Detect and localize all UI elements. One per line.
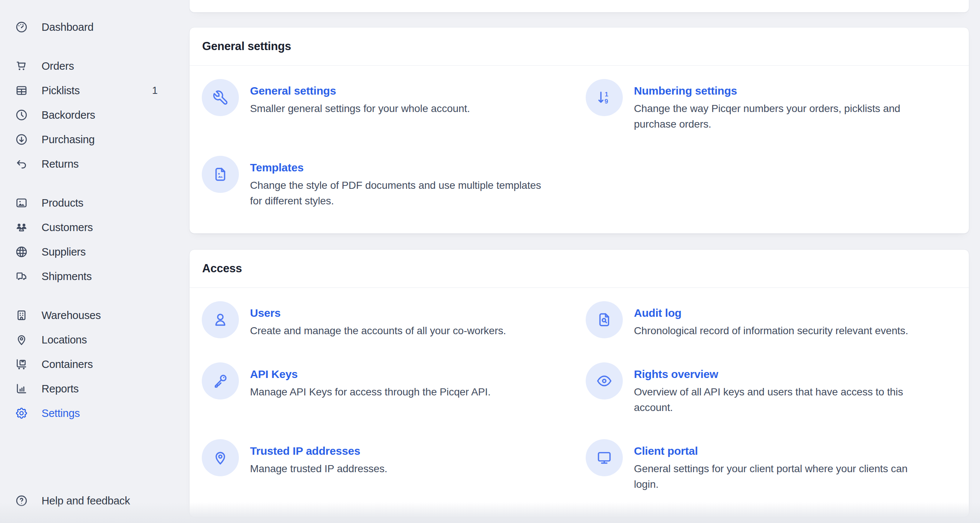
truck-icon [15, 270, 28, 283]
setting-item-trusted-ip-addresses: Trusted IP addressesManage trusted IP ad… [202, 439, 586, 492]
sidebar-item-reports[interactable]: Reports [0, 377, 189, 401]
svg-text:1: 1 [605, 91, 608, 98]
sidebar-bottom: Help and feedback [0, 488, 189, 513]
sidebar-item-label: Shipments [41, 270, 92, 283]
people-icon [15, 221, 28, 234]
sidebar: DashboardOrdersPicklists1BackordersPurch… [0, 0, 189, 523]
sidebar-item-picklists[interactable]: Picklists1 [0, 78, 189, 103]
sidebar-item-containers[interactable]: Containers [0, 352, 189, 377]
image-icon [15, 196, 28, 210]
svg-text:9: 9 [605, 97, 608, 105]
user-icon [212, 311, 229, 328]
sidebar-group-1: Dashboard [0, 15, 189, 39]
sort-numeric-icon: 19 [596, 89, 613, 106]
undo-arrow-icon [15, 157, 28, 171]
sidebar-item-label: Orders [41, 59, 74, 73]
sidebar-item-label: Purchasing [41, 133, 95, 146]
sidebar-item-label: Returns [41, 157, 79, 171]
sidebar-item-returns[interactable]: Returns [0, 152, 189, 176]
setting-item-numbering-settings: 19Numbering settingsChange the way Picqe… [586, 79, 956, 132]
table-icon [15, 84, 28, 97]
setting-description: Manage trusted IP addresses. [250, 461, 387, 477]
clock-icon [15, 108, 28, 122]
sidebar-item-dashboard[interactable]: Dashboard [0, 15, 189, 39]
globe-icon [15, 245, 28, 259]
setting-icon-circle [202, 362, 239, 399]
setting-icon-circle [586, 439, 623, 476]
sidebar-item-orders[interactable]: Orders [0, 54, 189, 78]
sidebar-item-label: Locations [41, 333, 87, 347]
wrench-icon [212, 89, 229, 106]
setting-icon-circle [202, 439, 239, 476]
rights-overview-link[interactable]: Rights overview [634, 367, 718, 381]
cart-icon [15, 59, 28, 73]
setting-description: Smaller general settings for your whole … [250, 101, 470, 116]
setting-icon-circle [202, 156, 239, 193]
sidebar-item-label: Help and feedback [41, 494, 130, 507]
card-body: UsersCreate and manage the accounts of a… [189, 288, 969, 517]
setting-text: UsersCreate and manage the accounts of a… [250, 301, 506, 339]
setting-text: Client portalGeneral settings for your c… [634, 439, 908, 492]
file-image-icon [212, 166, 229, 183]
setting-icon-circle [586, 362, 623, 399]
setting-item-audit-log: Audit logChronological record of informa… [586, 301, 956, 339]
card-header: Access [189, 250, 969, 288]
setting-icon-circle [586, 301, 623, 338]
sidebar-item-label: Customers [41, 221, 93, 234]
card-general-settings: General settingsGeneral settingsSmaller … [189, 27, 969, 234]
sidebar-item-settings[interactable]: Settings [0, 401, 189, 426]
sidebar-item-label: Backorders [41, 108, 95, 122]
api-keys-link[interactable]: API Keys [250, 367, 298, 381]
sidebar-nav: DashboardOrdersPicklists1BackordersPurch… [0, 15, 189, 426]
setting-description: General settings for your client portal … [634, 461, 908, 492]
building-icon [15, 308, 28, 322]
sidebar-item-label: Suppliers [41, 245, 86, 259]
sidebar-item-label: Products [41, 196, 83, 210]
setting-text: TemplatesChange the style of PDF documen… [250, 156, 541, 209]
sidebar-item-help-and-feedback[interactable]: Help and feedback [0, 488, 189, 513]
trusted-ip-addresses-link[interactable]: Trusted IP addresses [250, 444, 360, 458]
app-window: DashboardOrdersPicklists1BackordersPurch… [0, 0, 980, 523]
settings-cards: General settingsGeneral settingsSmaller … [189, 27, 969, 517]
setting-description: Create and manage the accounts of all yo… [250, 323, 506, 339]
setting-item-rights-overview: Rights overviewOverview of all API keys … [586, 362, 956, 415]
setting-text: Numbering settingsChange the way Picqer … [634, 79, 900, 132]
sidebar-group-4: WarehousesLocationsContainersReportsSett… [0, 303, 189, 426]
users-link[interactable]: Users [250, 306, 280, 320]
templates-link[interactable]: Templates [250, 161, 304, 175]
previous-card-bottom-edge [189, 0, 969, 13]
key-icon [212, 372, 229, 389]
sidebar-item-locations[interactable]: Locations [0, 327, 189, 352]
sidebar-item-backorders[interactable]: Backorders [0, 103, 189, 127]
dashboard-gauge-icon [15, 21, 28, 34]
map-pin-icon [15, 333, 28, 347]
numbering-settings-link[interactable]: Numbering settings [634, 84, 737, 98]
sidebar-item-customers[interactable]: Customers [0, 215, 189, 240]
sidebar-item-shipments[interactable]: Shipments [0, 264, 189, 289]
map-pin-icon [212, 449, 229, 466]
client-portal-link[interactable]: Client portal [634, 444, 698, 458]
sidebar-item-label: Settings [41, 407, 80, 420]
sidebar-item-suppliers[interactable]: Suppliers [0, 240, 189, 264]
picklists-count-badge: 1 [152, 85, 167, 97]
gear-icon [15, 407, 28, 420]
setting-description: Overview of all API keys and users that … [634, 384, 903, 415]
card-title: General settings [202, 40, 291, 53]
sidebar-item-warehouses[interactable]: Warehouses [0, 303, 189, 327]
audit-log-link[interactable]: Audit log [634, 306, 681, 320]
bar-chart-icon [15, 382, 28, 396]
help-circle-icon [15, 494, 28, 507]
setting-description: Manage API Keys for access through the P… [250, 384, 491, 400]
sidebar-item-label: Picklists [41, 84, 80, 97]
setting-text: Audit logChronological record of informa… [634, 301, 908, 339]
general-settings-link[interactable]: General settings [250, 84, 336, 98]
sidebar-item-products[interactable]: Products [0, 191, 189, 215]
eye-icon [596, 372, 613, 389]
arrow-down-circle-icon [15, 133, 28, 146]
card-title: Access [202, 262, 242, 275]
sidebar-item-label: Dashboard [41, 21, 94, 34]
monitor-icon [596, 449, 613, 466]
sidebar-group-3: ProductsCustomersSuppliersShipments [0, 191, 189, 289]
sidebar-item-purchasing[interactable]: Purchasing [0, 127, 189, 152]
setting-icon-circle: 19 [586, 79, 623, 116]
